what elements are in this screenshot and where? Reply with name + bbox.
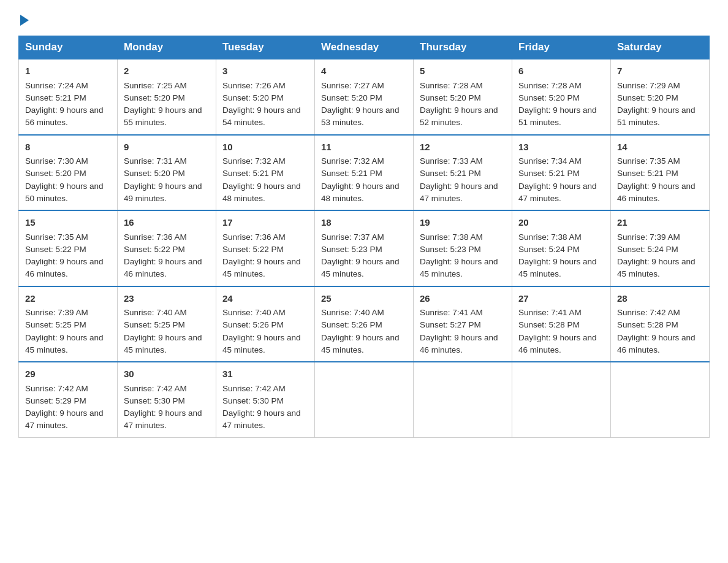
- day-number: 26: [420, 292, 506, 306]
- daylight-text: Daylight: 9 hours and 54 minutes.: [222, 105, 301, 127]
- calendar-cell: [611, 362, 710, 437]
- calendar-cell: 28Sunrise: 7:42 AMSunset: 5:28 PMDayligh…: [611, 286, 710, 362]
- sunrise-text: Sunrise: 7:28 AM: [518, 81, 582, 90]
- daylight-text: Daylight: 9 hours and 50 minutes.: [25, 182, 104, 203]
- sunset-text: Sunset: 5:28 PM: [518, 320, 580, 329]
- calendar-cell: 18Sunrise: 7:37 AMSunset: 5:23 PMDayligh…: [315, 210, 414, 286]
- daylight-text: Daylight: 9 hours and 47 minutes.: [25, 408, 104, 430]
- sunrise-text: Sunrise: 7:32 AM: [321, 156, 384, 166]
- sunset-text: Sunset: 5:20 PM: [25, 169, 86, 178]
- sunset-text: Sunset: 5:28 PM: [617, 320, 678, 329]
- sunset-text: Sunset: 5:22 PM: [124, 245, 185, 254]
- calendar-table: SundayMondayTuesdayWednesdayThursdayFrid…: [18, 36, 710, 438]
- sunset-text: Sunset: 5:30 PM: [222, 396, 284, 405]
- daylight-text: Daylight: 9 hours and 46 minutes.: [420, 333, 498, 354]
- sunrise-text: Sunrise: 7:27 AM: [321, 81, 384, 90]
- week-row-5: 29Sunrise: 7:42 AMSunset: 5:29 PMDayligh…: [19, 362, 710, 437]
- day-number: 31: [222, 367, 308, 381]
- day-header-friday: Friday: [512, 36, 611, 59]
- daylight-text: Daylight: 9 hours and 48 minutes.: [222, 182, 301, 203]
- calendar-cell: 11Sunrise: 7:32 AMSunset: 5:21 PMDayligh…: [315, 135, 414, 211]
- sunset-text: Sunset: 5:27 PM: [420, 320, 481, 329]
- day-number: 17: [222, 216, 308, 230]
- sunrise-text: Sunrise: 7:40 AM: [124, 308, 187, 317]
- day-number: 10: [222, 140, 308, 155]
- calendar-cell: 23Sunrise: 7:40 AMSunset: 5:25 PMDayligh…: [118, 286, 216, 362]
- sunrise-text: Sunrise: 7:38 AM: [420, 232, 483, 242]
- day-number: 24: [222, 292, 308, 306]
- sunset-text: Sunset: 5:20 PM: [518, 93, 580, 102]
- sunrise-text: Sunrise: 7:40 AM: [321, 308, 384, 317]
- day-number: 15: [25, 216, 111, 230]
- daylight-text: Daylight: 9 hours and 55 minutes.: [124, 105, 202, 127]
- sunrise-text: Sunrise: 7:25 AM: [124, 81, 187, 90]
- sunrise-text: Sunrise: 7:38 AM: [518, 232, 582, 242]
- day-number: 22: [25, 292, 111, 306]
- daylight-text: Daylight: 9 hours and 47 minutes.: [222, 408, 301, 430]
- sunset-text: Sunset: 5:26 PM: [321, 320, 382, 329]
- daylight-text: Daylight: 9 hours and 45 minutes.: [518, 257, 597, 278]
- sunrise-text: Sunrise: 7:37 AM: [321, 232, 384, 242]
- calendar-cell: 1Sunrise: 7:24 AMSunset: 5:21 PMDaylight…: [19, 59, 118, 135]
- daylight-text: Daylight: 9 hours and 45 minutes.: [222, 257, 301, 278]
- sunrise-text: Sunrise: 7:42 AM: [25, 384, 88, 393]
- day-number: 16: [124, 216, 210, 230]
- sunset-text: Sunset: 5:20 PM: [124, 169, 185, 178]
- day-number: 21: [617, 216, 703, 230]
- day-header-thursday: Thursday: [414, 36, 512, 59]
- day-header-wednesday: Wednesday: [315, 36, 414, 59]
- daylight-text: Daylight: 9 hours and 45 minutes.: [222, 333, 301, 354]
- day-number: 9: [124, 140, 210, 155]
- sunset-text: Sunset: 5:23 PM: [420, 245, 481, 254]
- calendar-cell: 13Sunrise: 7:34 AMSunset: 5:21 PMDayligh…: [512, 135, 611, 211]
- calendar-cell: [512, 362, 611, 437]
- calendar-cell: 26Sunrise: 7:41 AMSunset: 5:27 PMDayligh…: [414, 286, 512, 362]
- sunset-text: Sunset: 5:20 PM: [222, 93, 284, 102]
- sunrise-text: Sunrise: 7:28 AM: [420, 81, 483, 90]
- calendar-cell: 15Sunrise: 7:35 AMSunset: 5:22 PMDayligh…: [19, 210, 118, 286]
- sunrise-text: Sunrise: 7:35 AM: [25, 232, 88, 242]
- calendar-cell: 3Sunrise: 7:26 AMSunset: 5:20 PMDaylight…: [216, 59, 315, 135]
- sunrise-text: Sunrise: 7:42 AM: [124, 384, 187, 393]
- sunrise-text: Sunrise: 7:34 AM: [518, 156, 582, 166]
- daylight-text: Daylight: 9 hours and 56 minutes.: [25, 105, 104, 127]
- calendar-cell: 2Sunrise: 7:25 AMSunset: 5:20 PMDaylight…: [118, 59, 216, 135]
- daylight-text: Daylight: 9 hours and 46 minutes.: [617, 182, 696, 203]
- calendar-cell: 29Sunrise: 7:42 AMSunset: 5:29 PMDayligh…: [19, 362, 118, 437]
- calendar-cell: 8Sunrise: 7:30 AMSunset: 5:20 PMDaylight…: [19, 135, 118, 211]
- sunset-text: Sunset: 5:24 PM: [518, 245, 580, 254]
- day-header-sunday: Sunday: [19, 36, 118, 59]
- daylight-text: Daylight: 9 hours and 45 minutes.: [420, 257, 498, 278]
- day-number: 1: [25, 64, 111, 79]
- day-number: 23: [124, 292, 210, 306]
- day-number: 14: [617, 140, 703, 155]
- calendar-cell: 21Sunrise: 7:39 AMSunset: 5:24 PMDayligh…: [611, 210, 710, 286]
- logo: [18, 12, 29, 26]
- logo-arrow-icon: [20, 15, 29, 26]
- week-row-3: 15Sunrise: 7:35 AMSunset: 5:22 PMDayligh…: [19, 210, 710, 286]
- sunset-text: Sunset: 5:25 PM: [124, 320, 185, 329]
- sunrise-text: Sunrise: 7:36 AM: [124, 232, 187, 242]
- daylight-text: Daylight: 9 hours and 45 minutes.: [321, 257, 400, 278]
- sunset-text: Sunset: 5:20 PM: [420, 93, 481, 102]
- week-row-1: 1Sunrise: 7:24 AMSunset: 5:21 PMDaylight…: [19, 59, 710, 135]
- calendar-cell: 7Sunrise: 7:29 AMSunset: 5:20 PMDaylight…: [611, 59, 710, 135]
- day-number: 27: [518, 292, 604, 306]
- daylight-text: Daylight: 9 hours and 53 minutes.: [321, 105, 400, 127]
- day-number: 28: [617, 292, 703, 306]
- day-number: 8: [25, 140, 111, 155]
- daylight-text: Daylight: 9 hours and 48 minutes.: [321, 182, 400, 203]
- sunset-text: Sunset: 5:21 PM: [25, 93, 86, 102]
- day-number: 4: [321, 64, 407, 79]
- sunset-text: Sunset: 5:21 PM: [518, 169, 580, 178]
- calendar-cell: 20Sunrise: 7:38 AMSunset: 5:24 PMDayligh…: [512, 210, 611, 286]
- sunset-text: Sunset: 5:20 PM: [124, 93, 185, 102]
- day-header-saturday: Saturday: [611, 36, 710, 59]
- daylight-text: Daylight: 9 hours and 49 minutes.: [124, 182, 202, 203]
- sunset-text: Sunset: 5:21 PM: [420, 169, 481, 178]
- sunset-text: Sunset: 5:30 PM: [124, 396, 185, 405]
- day-number: 3: [222, 64, 308, 79]
- calendar-cell: 22Sunrise: 7:39 AMSunset: 5:25 PMDayligh…: [19, 286, 118, 362]
- calendar-cell: 6Sunrise: 7:28 AMSunset: 5:20 PMDaylight…: [512, 59, 611, 135]
- day-number: 2: [124, 64, 210, 79]
